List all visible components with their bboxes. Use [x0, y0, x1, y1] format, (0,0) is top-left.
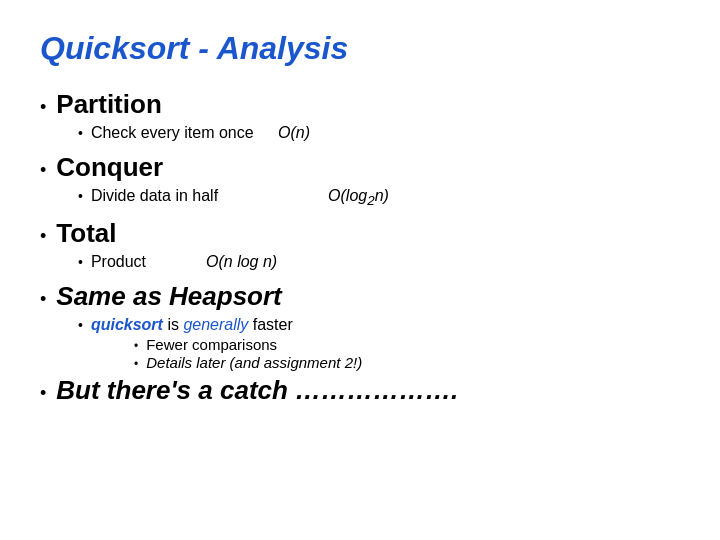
check-complexity: O(n): [278, 124, 310, 141]
faster-word: faster: [253, 316, 293, 333]
conquer-sub-list: • Divide data in half O(log2n): [40, 187, 680, 208]
sub-item-product: • Product O(n log n): [78, 253, 680, 271]
partition-label: Partition: [56, 89, 161, 120]
sub-sub-dot: •: [134, 357, 138, 371]
sub-sub-item-details: • Details later (and assignment 2!): [134, 354, 680, 371]
details-label: Details later (and assignment 2!): [146, 354, 362, 371]
sub-dot: •: [78, 317, 83, 333]
heapsort-sub-list: • quicksort is generally faster • Fewer …: [40, 316, 680, 371]
conquer-label: Conquer: [56, 152, 163, 183]
sub-item-check: • Check every item once O(n): [78, 124, 680, 142]
slide: Quicksort - Analysis • Partition • Check…: [0, 0, 720, 540]
divide-complexity: O(log2n): [328, 187, 389, 208]
list-item-catch: • But there's a catch ……………….: [40, 375, 680, 406]
quicksort-is: is: [167, 316, 183, 333]
divide-label: Divide data in half: [91, 187, 218, 205]
list-item-conquer: • Conquer • Divide data in half O(log2n): [40, 152, 680, 208]
quicksort-word: quicksort: [91, 316, 163, 333]
partition-sub-list: • Check every item once O(n): [40, 124, 680, 142]
sub-dot: •: [78, 125, 83, 141]
bullet-dot: •: [40, 383, 46, 404]
check-text: Check every item once O(n): [91, 124, 310, 142]
product-row: Product O(n log n): [91, 253, 277, 271]
generally-word: generally: [183, 316, 248, 333]
product-label: Product: [91, 253, 146, 271]
fewer-label: Fewer comparisons: [146, 336, 277, 353]
quicksort-text: quicksort is generally faster: [91, 316, 293, 334]
heapsort-label: Same as Heapsort: [56, 281, 281, 312]
sub-dot: •: [78, 254, 83, 270]
bullet-dot: •: [40, 160, 46, 181]
sub-item-divide: • Divide data in half O(log2n): [78, 187, 680, 208]
bullet-dot: •: [40, 97, 46, 118]
list-item-heapsort: • Same as Heapsort • quicksort is genera…: [40, 281, 680, 371]
sub-item-quicksort: • quicksort is generally faster: [78, 316, 680, 334]
catch-label: But there's a catch ……………….: [56, 375, 458, 406]
total-label: Total: [56, 218, 116, 249]
check-label: Check every item once: [91, 124, 254, 141]
list-item-total: • Total • Product O(n log n): [40, 218, 680, 271]
bullet-dot: •: [40, 289, 46, 310]
product-complexity: O(n log n): [206, 253, 277, 271]
divide-row: Divide data in half O(log2n): [91, 187, 389, 208]
bullet-dot: •: [40, 226, 46, 247]
sub-sub-dot: •: [134, 339, 138, 353]
main-list: • Partition • Check every item once O(n)…: [40, 89, 680, 406]
sub-sub-list: • Fewer comparisons • Details later (and…: [78, 336, 680, 371]
sub-dot: •: [78, 188, 83, 204]
list-item-partition: • Partition • Check every item once O(n): [40, 89, 680, 142]
total-sub-list: • Product O(n log n): [40, 253, 680, 271]
slide-title: Quicksort - Analysis: [40, 30, 680, 67]
sub-sub-item-fewer: • Fewer comparisons: [134, 336, 680, 353]
